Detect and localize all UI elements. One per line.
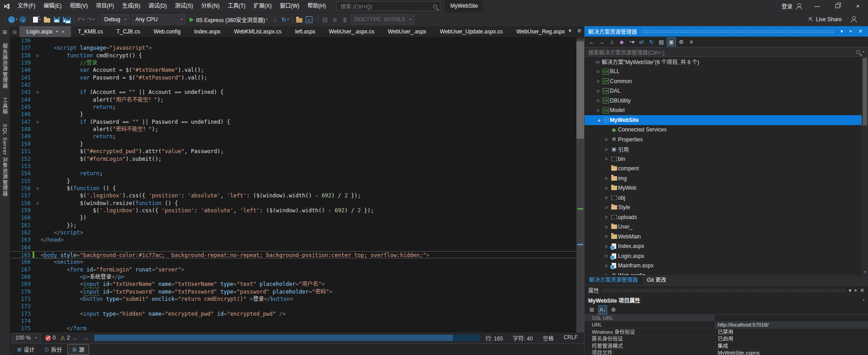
breakpoint-margin[interactable]: [10, 222, 18, 229]
sync-with-active-document-icon[interactable]: ⇄: [637, 37, 646, 47]
code-line-152[interactable]: 152 $("#formLogin").submit();: [10, 155, 576, 163]
property-pages-icon[interactable]: ⚙: [609, 305, 618, 314]
menu-item-测试(S)[interactable]: 测试(S): [171, 0, 197, 12]
navigate-forward-icon[interactable]: →: [18, 14, 28, 25]
feedback-icon[interactable]: [851, 16, 857, 23]
tree-item-User_[interactable]: ▷User_: [585, 222, 868, 232]
menu-item-帮助(H)[interactable]: 帮助(H): [303, 0, 330, 12]
code-line-158[interactable]: 158⊟ $(window).resize(function () {: [10, 200, 576, 207]
panel-tab-Git 更改[interactable]: Git 更改: [642, 275, 671, 285]
tree-item-Login.aspx[interactable]: ▷Login.aspx: [585, 251, 868, 261]
code-line-149[interactable]: 149 return;: [10, 133, 576, 140]
menu-item-扩展(X)[interactable]: 扩展(X): [250, 0, 276, 12]
code-line-165[interactable]: 165<body style="background-color:#1c77ac…: [10, 251, 576, 258]
home-icon[interactable]: ⌂: [607, 37, 616, 47]
tree-item-obj[interactable]: ▷obj: [585, 193, 868, 203]
code-line-138[interactable]: 138⊟ function cmdEncrypt() {: [10, 52, 576, 59]
property-value[interactable]: 集成: [715, 343, 868, 349]
tool-window-tab[interactable]: 工具箱: [1, 93, 9, 119]
tree-item-Common[interactable]: ▷C#Common: [585, 76, 868, 86]
toolbar-grip[interactable]: [4, 16, 6, 23]
breakpoint-margin[interactable]: [10, 59, 18, 66]
property-value[interactable]: MyWebSite.csproj: [715, 350, 868, 355]
code-line-153[interactable]: 153: [10, 163, 576, 170]
editor-vertical-scrollbar[interactable]: [576, 37, 584, 332]
save-icon[interactable]: [52, 14, 62, 25]
breakpoint-margin[interactable]: [10, 303, 18, 310]
hot-reload-icon[interactable]: ♨: [270, 14, 280, 25]
forward-icon[interactable]: →: [597, 37, 606, 47]
property-value[interactable]: 已启用: [715, 336, 868, 342]
quick-search-box[interactable]: 搜索 (Ctrl+Q): [336, 1, 440, 11]
tree-item-解决方案"MyWebSite"(6 个项目, 共 6 个)[interactable]: ∞解决方案"MyWebSite"(6 个项目, 共 6 个): [585, 57, 868, 67]
breakpoint-margin[interactable]: [10, 207, 18, 214]
tree-item-Style[interactable]: ▷Style: [585, 203, 868, 213]
code-line-155[interactable]: 155 }: [10, 178, 576, 185]
expander-icon[interactable]: ▷: [604, 157, 610, 161]
code-line-174[interactable]: 174: [10, 318, 576, 325]
property-row-托管管道模式[interactable]: 托管管道模式集成: [585, 343, 868, 350]
breakpoint-margin[interactable]: [10, 295, 18, 303]
next-result-icon[interactable]: →: [83, 335, 89, 341]
menu-item-分析(N)[interactable]: 分析(N): [197, 0, 224, 12]
menu-item-工具(T)[interactable]: 工具(T): [224, 0, 250, 12]
tree-scrollbar[interactable]: ▼: [862, 57, 868, 275]
doc-tab-WebUser_Update.aspx.cs[interactable]: WebUser_Update.aspx.cs: [433, 26, 509, 37]
code-line-137[interactable]: 137 <script language="javascript">: [10, 44, 576, 51]
tree-item-Model[interactable]: ▷C#Model: [585, 106, 868, 116]
breakpoint-margin[interactable]: [10, 140, 18, 148]
code-line-140[interactable]: 140 var Account = $("#txtUserName").val(…: [10, 66, 576, 74]
tool-window-tab[interactable]: 服务器资源管理器: [1, 39, 9, 93]
breakpoint-margin[interactable]: [10, 266, 18, 273]
code-line-146[interactable]: 146 }: [10, 111, 576, 118]
property-row-SSL URL[interactable]: SSL URL: [585, 315, 868, 322]
sql-object-explorer-icon[interactable]: ⊞: [2, 29, 7, 35]
expander-icon[interactable]: ▷: [604, 196, 610, 200]
close-panel-icon[interactable]: ✕: [860, 287, 864, 294]
breakpoint-margin[interactable]: [10, 52, 18, 59]
scrollbar-thumb[interactable]: [576, 42, 584, 139]
expander-icon[interactable]: ▷: [595, 79, 602, 83]
breakpoint-margin[interactable]: [10, 178, 18, 185]
code-line-175[interactable]: 175 </form: [10, 325, 576, 332]
code-line-164[interactable]: 164: [10, 244, 576, 251]
breakpoint-margin[interactable]: [10, 103, 18, 111]
code-line-136[interactable]: 136: [10, 37, 576, 44]
code-line-168[interactable]: 168 <p>系统登录</p>: [10, 273, 576, 280]
open-file-icon[interactable]: [42, 14, 52, 25]
breakpoint-margin[interactable]: [10, 155, 18, 163]
tree-item-Connected Services[interactable]: ◉Connected Services: [585, 125, 868, 135]
sign-in-link[interactable]: 登录: [779, 2, 795, 10]
expander-icon[interactable]: ▷: [604, 215, 610, 219]
code-line-161[interactable]: 161 });: [10, 222, 576, 229]
code-line-162[interactable]: 162 </script>: [10, 229, 576, 236]
breakpoint-margin[interactable]: [10, 96, 18, 103]
fold-margin[interactable]: ⊟: [34, 118, 41, 126]
close-tab-icon[interactable]: ×: [61, 26, 64, 37]
code-line-159[interactable]: 159 $('.loginbox').css({ 'position': 'ab…: [10, 207, 576, 214]
code-line-169[interactable]: 169 <input id="txtUserName" name="txtUse…: [10, 280, 576, 288]
expander-icon[interactable]: ◢: [595, 118, 602, 122]
breakpoint-margin[interactable]: [10, 318, 18, 325]
show-all-files-icon[interactable]: ▣: [667, 37, 676, 47]
expander-icon[interactable]: ▷: [604, 137, 610, 141]
fold-margin[interactable]: ⊟: [34, 52, 41, 59]
start-debugging-button[interactable]: ▶ IIS Express (360安全浏览器)▾: [187, 16, 270, 23]
tree-item-引用[interactable]: ▷▣引用: [585, 145, 868, 154]
breakpoint-margin[interactable]: [10, 133, 18, 140]
expander-icon[interactable]: ▷: [604, 234, 610, 238]
expander-icon[interactable]: ▷: [595, 98, 602, 103]
code-line-144[interactable]: 144 alert("用户名不能空！");: [10, 96, 576, 103]
code-line-163[interactable]: 163</head>: [10, 236, 576, 243]
expander-icon[interactable]: ▷: [604, 225, 610, 229]
doc-tab-Login.aspx[interactable]: Login.aspx⌖×: [19, 26, 71, 37]
breakpoint-margin[interactable]: [10, 126, 18, 133]
doc-tab-T_CJB.cs[interactable]: T_CJB.cs: [110, 26, 147, 37]
doc-tab-left.aspx[interactable]: left.aspx: [288, 26, 322, 37]
expander-icon[interactable]: ▷: [604, 206, 610, 210]
panel-tab-解决方案资源管理器[interactable]: 解决方案资源管理器: [585, 275, 642, 285]
expander-icon[interactable]: ▷: [595, 108, 602, 112]
code-line-141[interactable]: 141 var Password = $("#txtPassword").val…: [10, 74, 576, 81]
undo-icon[interactable]: ↶▾: [76, 14, 86, 25]
code-line-142[interactable]: 142: [10, 81, 576, 89]
